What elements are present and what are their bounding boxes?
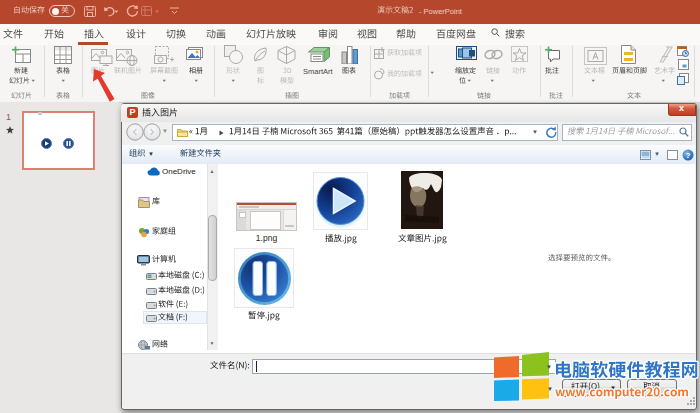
svg-text:?: ? [686,151,691,160]
